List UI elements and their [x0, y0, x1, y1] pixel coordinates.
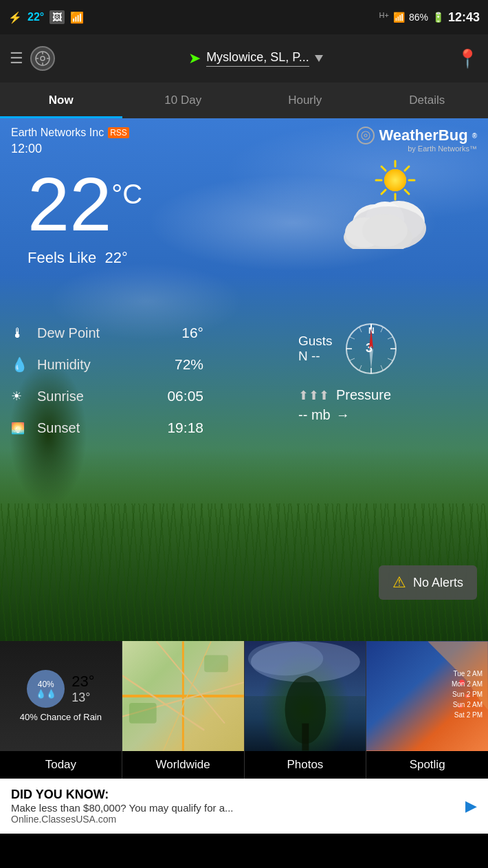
today-description: 40% Chance of Rain — [20, 712, 102, 722]
dew-point-label: Dew Point — [37, 325, 181, 341]
usb-icon: ⚡ — [8, 11, 22, 24]
sunset-label: Sunset — [37, 420, 167, 436]
weatherbug-sub-brand: by Earth Networks™ — [357, 144, 477, 153]
location-pin-icon[interactable]: 📍 — [456, 48, 478, 69]
svg-point-7 — [364, 134, 367, 137]
tile-photos[interactable]: Photos — [245, 641, 367, 779]
ad-title: DID YOU KNOW: — [11, 788, 458, 802]
sunrise-label: Sunrise — [37, 389, 167, 404]
battery-icon: 🔋 — [432, 12, 444, 23]
header-bar: ☰ ➤ Myslowice, SL, P... 📍 — [0, 34, 488, 83]
status-right: H+ 📶 86% 🔋 12:43 — [379, 10, 480, 25]
gusts-row: Gusts N -- — [298, 321, 477, 376]
svg-point-25 — [362, 214, 408, 247]
advertisement-bar[interactable]: DID YOU KNOW: Make less than $80,000? Yo… — [0, 779, 488, 834]
temperature-display: 22 °C Feels Like 22° — [27, 166, 142, 267]
location-name: Myslowice, SL, P... — [206, 50, 309, 67]
dropdown-icon — [315, 55, 323, 62]
svg-line-38 — [359, 327, 362, 332]
gusts-label: Gusts — [298, 334, 333, 349]
tile-today[interactable]: 40% 💧💧 23° 13° 40% Chance of Rain Today — [0, 641, 122, 779]
sunrise-value: 06:05 — [167, 388, 203, 404]
battery-percent: 86% — [409, 12, 428, 23]
svg-line-15 — [381, 166, 386, 171]
network-type: H+ — [379, 11, 389, 23]
spotlight-tile-label: Spotlig — [366, 751, 488, 779]
svg-rect-49 — [129, 703, 157, 724]
spotlight-tile-content: Tue 2 AM Mon 2 AM Sun 2 PM Sun 2 AM Sat … — [366, 641, 488, 751]
today-tile-content: 40% 💧💧 23° 13° 40% Chance of Rain — [0, 641, 122, 751]
pressure-icon: ⬆⬆⬆ — [298, 388, 329, 403]
svg-marker-42 — [369, 349, 373, 369]
tab-hourly[interactable]: Hourly — [244, 83, 366, 118]
dew-point-row: 🌡 Dew Point 16° — [11, 325, 203, 341]
location-arrow-icon: ➤ — [188, 50, 201, 67]
wind-compass: N 3 — [344, 321, 399, 376]
tab-10day[interactable]: 10 Day — [122, 83, 245, 118]
alerts-label: No Alerts — [413, 576, 463, 590]
weatherbug-logo-text: WeatherBug® — [357, 127, 477, 144]
hamburger-menu-icon[interactable]: ☰ — [10, 50, 23, 67]
today-low-temp: 13° — [71, 691, 94, 705]
wind-pressure-section: Gusts N -- — [298, 321, 477, 423]
spotlight-date-3: Sun 2 PM — [452, 689, 483, 699]
gusts-info: Gusts N -- — [298, 334, 333, 364]
pressure-arrow-icon: → — [336, 407, 350, 423]
rain-drops-icon: 💧💧 — [36, 689, 56, 699]
spotlight-date-4: Sun 2 AM — [452, 699, 483, 710]
spotlight-date-1: Tue 2 AM — [452, 669, 483, 679]
spotlight-date-2: Mon 2 AM — [452, 679, 483, 689]
rain-chance-badge: 40% 💧💧 — [27, 670, 65, 708]
pressure-row: ⬆⬆⬆ Pressure — [298, 387, 477, 403]
signal-bars-icon: 📶 — [393, 12, 405, 23]
header-center: ➤ Myslowice, SL, P... — [55, 50, 456, 67]
worldwide-tile-content — [122, 641, 244, 751]
svg-line-46 — [156, 642, 224, 724]
wifi-icon: 📶 — [70, 11, 84, 24]
sunset-row: 🌅 Sunset 19:18 — [11, 420, 203, 436]
sunrise-icon: ☀ — [11, 389, 30, 404]
svg-line-11 — [405, 190, 409, 194]
spotlight-date-info: Tue 2 AM Mon 2 AM Sun 2 PM Sun 2 AM Sat … — [452, 669, 483, 720]
status-bar: ⚡ 22° 🖼 📶 H+ 📶 86% 🔋 12:43 — [0, 0, 488, 34]
provider-info: Earth Networks Inc RSS 12:00 — [11, 127, 129, 156]
humidity-row: 💧 Humidity 72% — [11, 356, 203, 373]
worldwide-tile-label: Worldwide — [122, 751, 244, 779]
svg-line-9 — [405, 166, 409, 171]
clock-display: 12:43 — [448, 10, 480, 25]
header-left: ☰ — [10, 46, 55, 71]
status-left: ⚡ 22° 🖼 📶 — [8, 10, 84, 24]
tile-spotlight[interactable]: Tue 2 AM Mon 2 AM Sun 2 PM Sun 2 AM Sat … — [366, 641, 488, 779]
provider-name: Earth Networks Inc RSS — [11, 127, 129, 139]
weatherbug-branding: WeatherBug® by Earth Networks™ — [357, 127, 477, 153]
thermometer-icon: 🌡 — [11, 325, 30, 341]
tab-now[interactable]: Now — [0, 83, 122, 118]
alert-triangle-icon: ⚠ — [392, 574, 406, 592]
ad-link: Online.ClassesUSA.com — [11, 814, 458, 825]
pressure-label: Pressure — [336, 387, 391, 403]
svg-point-52 — [247, 642, 322, 676]
map-svg — [122, 641, 244, 751]
weatherbug-logo-icon — [34, 50, 51, 67]
photos-bg — [245, 641, 366, 751]
svg-line-35 — [359, 365, 362, 370]
temperature-unit: °C — [111, 180, 142, 208]
photos-overlay — [245, 641, 366, 751]
tab-details[interactable]: Details — [366, 83, 489, 118]
rss-icon: RSS — [108, 127, 129, 138]
sunrise-row: ☀ Sunrise 06:05 — [11, 388, 203, 404]
feels-like: Feels Like 22° — [27, 249, 142, 267]
app-logo — [30, 46, 55, 71]
weather-display: Earth Networks Inc RSS 12:00 WeatherBug®… — [0, 118, 488, 641]
worldwide-map-bg — [122, 641, 244, 751]
svg-point-6 — [362, 131, 370, 140]
tile-worldwide[interactable]: Worldwide — [122, 641, 245, 779]
weather-time: 12:00 — [11, 142, 129, 156]
today-tile-main: 40% 💧💧 23° 13° — [27, 670, 94, 708]
photos-tile-content — [245, 641, 366, 751]
svg-line-36 — [350, 358, 355, 360]
spotlight-date-5: Sat 2 PM — [452, 710, 483, 720]
no-alerts-button[interactable]: ⚠ No Alerts — [379, 565, 477, 600]
humidity-value: 72% — [175, 356, 203, 373]
weather-details-left: 🌡 Dew Point 16° 💧 Humidity 72% ☀ Sunrise… — [11, 325, 203, 451]
